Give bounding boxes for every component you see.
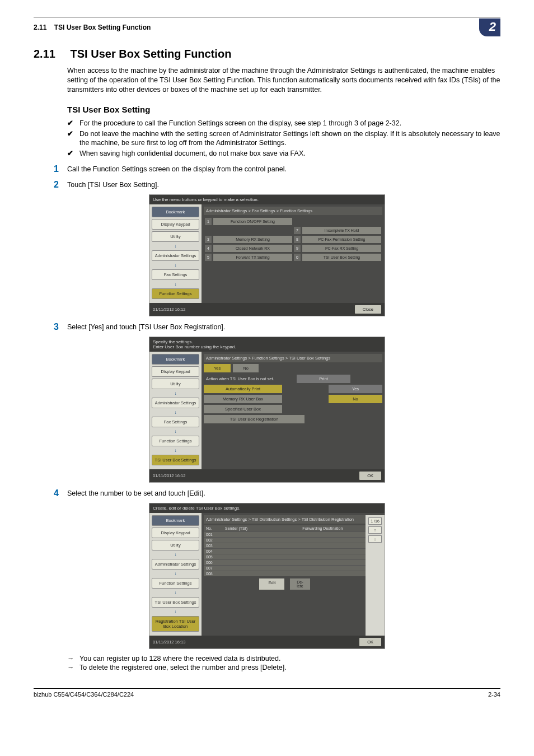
specified-userbox-button[interactable]: Specified User Box	[204, 405, 282, 413]
table-row[interactable]: 004	[204, 548, 366, 554]
key-8[interactable]: 8	[294, 236, 301, 243]
page-up-button[interactable]: ↑	[368, 526, 382, 534]
display-keypad-button[interactable]: Display Keypad	[152, 528, 199, 538]
header-section-name: TSI User Box Setting Function	[54, 24, 151, 31]
key-1[interactable]: 1	[205, 218, 212, 225]
check-text: Do not leave the machine with the settin…	[79, 129, 500, 148]
tsi-userbox-settings-button[interactable]: TSI User Box Settings	[152, 455, 199, 465]
function-onoff-button[interactable]: Function ON/OFF Setting	[213, 218, 292, 225]
utility-button[interactable]: Utility	[152, 379, 199, 389]
fax-settings-button[interactable]: Fax Settings	[152, 269, 199, 280]
table-row[interactable]: 008	[204, 571, 366, 576]
ok-button[interactable]: OK	[359, 638, 381, 646]
key-5[interactable]: 5	[205, 254, 212, 261]
memory-rx-value: No	[329, 395, 382, 403]
page-footer: bizhub C554/C454/C364/C284/C224 2-34	[34, 688, 500, 698]
ok-button[interactable]: OK	[359, 472, 381, 480]
ss-sidebar: Bookmark Display Keypad Utility ↓ Admini…	[149, 513, 202, 636]
function-settings-button[interactable]: Function Settings	[152, 288, 199, 299]
datetime-label: 01/11/2012 16:12	[153, 473, 185, 478]
bookmark-button[interactable]: Bookmark	[152, 354, 199, 365]
section-title: 2.11 TSI User Box Setting Function	[34, 48, 500, 60]
check-icon: ✔	[67, 119, 79, 128]
key-9[interactable]: 9	[294, 245, 301, 252]
key-0[interactable]: 0	[294, 254, 301, 261]
step-2: 2 Touch [TSI User Box Setting].	[54, 180, 500, 190]
memory-rx-userbox-button[interactable]: Memory RX User Box	[204, 395, 282, 403]
section-number: 2.11	[34, 48, 67, 60]
table-row[interactable]: 007	[204, 565, 366, 571]
arrow-down-icon: ↓	[152, 282, 199, 287]
admin-settings-button[interactable]: Administrator Settings	[152, 559, 199, 570]
closed-network-button[interactable]: Closed Network RX	[213, 245, 292, 252]
arrow-down-icon: ↓	[152, 391, 199, 396]
step-number: 2	[54, 180, 67, 190]
delete-button[interactable]: De- lete	[290, 578, 310, 590]
col-dest: Forwarding Destination	[300, 525, 366, 531]
key-4[interactable]: 4	[205, 245, 212, 252]
arrow-right-icon: →	[67, 664, 79, 671]
tsi-userbox-button[interactable]: TSI User Box Setting	[302, 254, 381, 261]
fax-settings-button[interactable]: Fax Settings	[152, 417, 199, 427]
auto-print-value: Yes	[329, 385, 382, 393]
datetime-label: 01/11/2012 16:13	[153, 640, 185, 645]
key-3[interactable]: 3	[205, 236, 212, 243]
prerequisite-list: ✔For the procedure to call the Function …	[67, 119, 500, 159]
admin-settings-button[interactable]: Administrator Settings	[152, 398, 199, 408]
step-4: 4 Select the number to be set and touch …	[54, 488, 500, 498]
step-1: 1 Call the Function Settings screen on t…	[54, 164, 500, 174]
arrow-down-icon: ↓	[152, 263, 199, 268]
subheading: TSI User Box Setting	[67, 105, 500, 114]
arrow-down-icon: ↓	[152, 609, 199, 614]
pcfax-permission-button[interactable]: PC-Fax Permission Setting	[302, 236, 381, 243]
function-settings-button[interactable]: Function Settings	[152, 578, 199, 589]
step-number: 3	[54, 322, 67, 332]
utility-button[interactable]: Utility	[152, 540, 199, 550]
registration-tsi-button[interactable]: Registration TSI User Box Location	[152, 616, 199, 632]
incomplete-tx-button[interactable]: Incomplete TX Hold	[302, 227, 381, 234]
step-3: 3 Select [Yes] and touch [TSI User Box R…	[54, 322, 500, 332]
table-row[interactable]: 005	[204, 554, 366, 559]
table-row[interactable]: 003	[204, 543, 366, 548]
page-indicator: 1 /16	[368, 517, 382, 525]
no-tab[interactable]: No	[233, 364, 259, 372]
auto-print-button[interactable]: Automatically Print	[204, 385, 282, 393]
display-keypad-button[interactable]: Display Keypad	[152, 366, 199, 377]
page-down-button[interactable]: ↓	[368, 535, 382, 543]
header-section-ref: 2.11	[34, 24, 46, 31]
tsi-userbox-settings-button[interactable]: TSI User Box Settings	[152, 597, 199, 608]
display-keypad-button[interactable]: Display Keypad	[152, 219, 199, 230]
pager: 1 /16 ↑ ↓	[366, 515, 385, 636]
col-sender: Sender (TSI)	[223, 525, 300, 531]
memory-rx-button[interactable]: Memory RX Setting	[213, 236, 292, 243]
ss-sidebar: Bookmark Display Keypad Utility ↓ Admini…	[149, 352, 202, 469]
breadcrumb: Administrator Settings > Fax Settings > …	[204, 207, 382, 215]
ss-sidebar: Bookmark Display Keypad Utility ↓ Admini…	[149, 204, 202, 303]
check-text: When saving high confidential document, …	[79, 149, 306, 158]
arrow-right-icon: →	[67, 655, 79, 662]
step-text: Touch [TSI User Box Setting].	[67, 180, 159, 190]
key-7[interactable]: 7	[294, 227, 301, 234]
close-button[interactable]: Close	[355, 305, 381, 314]
section-heading-text: TSI User Box Setting Function	[71, 48, 232, 60]
step-number: 4	[54, 488, 67, 498]
step-text: Select the number to be set and touch [E…	[67, 488, 205, 498]
page-header: 2.11 TSI User Box Setting Function 2	[34, 18, 500, 36]
screenshot-tsi-settings: Specify the settings. Enter User Box num…	[149, 337, 385, 483]
function-settings-button[interactable]: Function Settings	[152, 436, 199, 446]
yes-tab[interactable]: Yes	[204, 364, 231, 372]
tsi-registration-button[interactable]: TSI User Box Registration	[204, 415, 305, 423]
table-row[interactable]: 001	[204, 531, 366, 537]
step-text: Select [Yes] and touch [TSI User Box Reg…	[67, 322, 225, 332]
pcfax-rx-button[interactable]: PC-Fax RX Setting	[302, 245, 381, 252]
admin-settings-button[interactable]: Administrator Settings	[152, 250, 199, 261]
utility-button[interactable]: Utility	[152, 231, 199, 242]
edit-button[interactable]: Edit	[259, 578, 284, 590]
bookmark-button[interactable]: Bookmark	[152, 515, 199, 526]
forward-tx-button[interactable]: Forward TX Setting	[213, 254, 292, 261]
table-row[interactable]: 002	[204, 537, 366, 543]
table-row[interactable]: 006	[204, 559, 366, 565]
footer-model: bizhub C554/C454/C364/C284/C224	[34, 691, 134, 698]
breadcrumb: Administrator Settings > Function Settin…	[204, 354, 382, 362]
bookmark-button[interactable]: Bookmark	[152, 207, 199, 217]
